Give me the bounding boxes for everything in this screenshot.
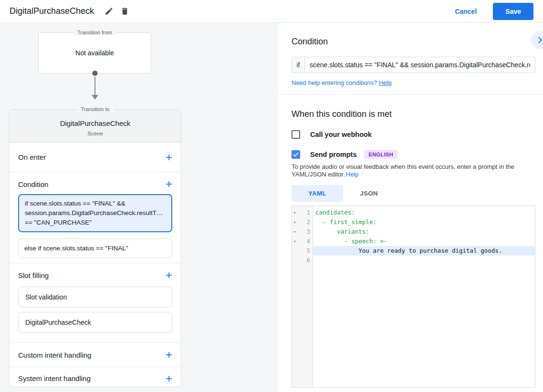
- add-slot-button[interactable]: +: [166, 270, 172, 280]
- section-slot-filling: Slot filling + Slot validation DigitalPu…: [10, 263, 181, 343]
- scene-card: Transition to DigitalPurchaseCheck Scene…: [9, 109, 181, 387]
- checkmark-icon: [292, 151, 299, 158]
- connector-dot: [92, 71, 97, 76]
- code-line-highlighted: You are ready to purchase digital goods.: [313, 246, 535, 256]
- transition-from-label: Transition from: [73, 30, 116, 35]
- line-number: 3: [299, 227, 310, 237]
- add-system-intent-button[interactable]: +: [166, 374, 172, 383]
- condition-section-label: Condition: [18, 180, 48, 188]
- add-custom-intent-button[interactable]: +: [166, 350, 172, 360]
- code-line: - first_simple:: [313, 217, 535, 227]
- send-prompts-label: Send prompts: [310, 151, 356, 158]
- conditions-help-link[interactable]: Help: [379, 79, 392, 86]
- webhook-row: Call your webhook: [292, 130, 535, 139]
- prompts-help-link[interactable]: Help: [346, 171, 359, 178]
- if-prefix: if: [292, 57, 304, 73]
- yaml-editor: ▾1 ▾2 ▾3 ▾4 5 6 candidates: - first_simp…: [292, 206, 535, 388]
- code-line: [313, 256, 535, 265]
- fold-arrow-icon[interactable]: ▾: [293, 217, 299, 227]
- condition-detail-panel: Condition if Need help entering conditio…: [278, 23, 543, 392]
- on-enter-label: On enter: [18, 153, 46, 161]
- transition-arrow-head-icon: [92, 95, 98, 100]
- transition-from-value: Not available: [75, 49, 114, 57]
- condition-line: session.params.DigitalPurchaseCheck.resu…: [25, 208, 166, 218]
- line-number: 2: [299, 217, 310, 227]
- call-webhook-checkbox[interactable]: [292, 130, 300, 139]
- transition-from-box: Transition from Not available: [38, 32, 151, 73]
- transition-arrow-line: [94, 77, 95, 95]
- section-on-enter: On enter +: [10, 143, 181, 172]
- slot-filling-label: Slot filling: [18, 271, 49, 279]
- delete-scene-button[interactable]: [120, 7, 129, 16]
- fold-arrow-icon[interactable]: ▾: [293, 208, 299, 217]
- condition-card-selected[interactable]: if scene.slots.status == "FINAL" && sess…: [18, 194, 172, 232]
- scene-type: Scene: [14, 131, 176, 136]
- condition-expression-input[interactable]: [304, 57, 535, 73]
- fold-arrow-icon[interactable]: ▾: [293, 227, 299, 237]
- add-on-enter-button[interactable]: +: [166, 153, 172, 162]
- section-condition: Condition + if scene.slots.status == "FI…: [10, 172, 181, 263]
- call-webhook-label: Call your webhook: [310, 131, 372, 138]
- scene-name: DigitalPurchaseCheck: [14, 119, 176, 128]
- line-number: 4: [299, 237, 310, 246]
- trash-icon: [120, 7, 129, 16]
- when-condition-title: When this condition is met: [292, 109, 535, 119]
- language-badge: ENGLISH: [364, 150, 397, 159]
- pencil-icon: [104, 7, 114, 16]
- panel-divider: [278, 94, 543, 95]
- slot-validation-card[interactable]: Slot validation: [18, 287, 172, 308]
- system-intent-label: System intent handling: [18, 374, 91, 382]
- add-condition-button[interactable]: +: [166, 179, 172, 189]
- line-number: 5: [299, 246, 310, 256]
- send-prompts-checkbox[interactable]: [292, 150, 300, 159]
- page-title: DigitalPurchaseCheck: [10, 6, 94, 16]
- slot-digitalpurchasecheck-card[interactable]: DigitalPurchaseCheck: [18, 312, 172, 333]
- conditions-help-line: Need help entering conditions? Help: [292, 79, 535, 86]
- condition-line: == "CAN_PURCHASE": [25, 218, 166, 227]
- help-text: Need help entering conditions?: [292, 79, 377, 86]
- description-text: To provide audio or visual feedback when…: [292, 163, 514, 178]
- tab-yaml[interactable]: YAML: [292, 185, 343, 202]
- tab-json[interactable]: JSON: [343, 185, 395, 202]
- panel-title: Condition: [292, 23, 535, 47]
- section-system-intent: System intent handling +: [10, 367, 181, 390]
- chevron-right-icon: [535, 35, 543, 45]
- section-custom-intent: Custom intent handling +: [10, 343, 181, 367]
- edit-scene-button[interactable]: [104, 7, 114, 16]
- prompts-description: To provide audio or visual feedback when…: [292, 163, 535, 178]
- cancel-button[interactable]: Cancel: [455, 8, 477, 15]
- save-button[interactable]: Save: [493, 3, 533, 20]
- editor-gutter: ▾1 ▾2 ▾3 ▾4 5 6: [292, 206, 313, 387]
- custom-intent-label: Custom intent handling: [18, 351, 91, 359]
- code-line: candidates:: [313, 208, 535, 217]
- fold-arrow-icon[interactable]: ▾: [293, 237, 299, 246]
- condition-line: if scene.slots.status == "FINAL" &&: [25, 199, 166, 208]
- top-bar: DigitalPurchaseCheck Cancel Save: [0, 0, 543, 23]
- diagram-pane: Transition from Not available Transition…: [0, 23, 278, 392]
- editor-code-area[interactable]: candidates: - first_simple: variants: - …: [313, 206, 535, 387]
- code-line: - speech: >-: [313, 237, 535, 246]
- condition-expression-row: if: [292, 57, 535, 73]
- line-number: 1: [299, 208, 310, 217]
- condition-card-else[interactable]: else if scene.slots.status == "FINAL": [18, 238, 172, 258]
- transition-to-label: Transition to: [76, 106, 114, 112]
- scene-card-header: DigitalPurchaseCheck Scene: [10, 110, 181, 143]
- editor-tabs: YAML JSON: [292, 185, 535, 202]
- send-prompts-row: Send prompts ENGLISH: [292, 150, 535, 159]
- code-line: variants:: [313, 227, 535, 237]
- line-number: 6: [299, 256, 310, 265]
